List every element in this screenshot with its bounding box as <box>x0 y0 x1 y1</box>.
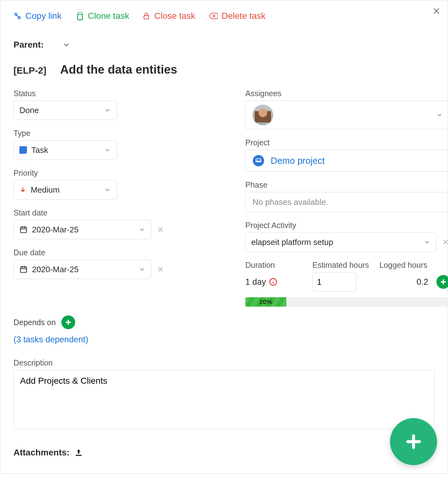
type-select[interactable]: Task <box>13 140 117 160</box>
link-icon <box>13 12 22 20</box>
svg-rect-12 <box>22 226 23 228</box>
due-date-picker[interactable]: 2020-Mar-25 <box>13 260 151 279</box>
delete-task-button[interactable]: Delete task <box>208 11 265 21</box>
estimated-hours-input[interactable] <box>312 272 356 292</box>
description-input[interactable] <box>13 370 435 429</box>
depends-on-label: Depends on <box>13 318 56 327</box>
assignees-select[interactable] <box>245 101 448 129</box>
info-icon[interactable] <box>269 278 277 286</box>
due-date-label: Due date <box>13 248 227 257</box>
priority-arrow-icon <box>19 186 26 193</box>
project-link[interactable]: Demo project <box>271 156 325 166</box>
phase-select: No phases available. <box>245 192 448 212</box>
logged-hours-label: Logged hours <box>379 261 448 270</box>
start-date-label: Start date <box>13 208 227 217</box>
delete-task-label: Delete task <box>221 11 265 21</box>
plus-icon <box>405 433 422 450</box>
svg-rect-10 <box>20 227 27 232</box>
log-hours-button[interactable] <box>436 275 448 289</box>
x-icon <box>157 226 164 233</box>
parent-dropdown[interactable] <box>62 41 70 49</box>
assignees-label: Assignees <box>245 89 448 98</box>
calendar-icon <box>19 265 28 273</box>
assignee-avatar <box>253 105 273 125</box>
chevron-down-icon <box>436 112 443 118</box>
chevron-down-icon <box>104 147 111 153</box>
add-dependency-button[interactable] <box>61 315 75 329</box>
chevron-down-icon <box>424 239 430 246</box>
project-activity-clear[interactable] <box>441 237 448 247</box>
due-date-value: 2020-Mar-25 <box>32 265 79 274</box>
svg-rect-16 <box>20 267 27 272</box>
logged-hours-value: 0.2 <box>416 277 428 287</box>
calendar-icon <box>19 226 28 234</box>
close-panel-button[interactable] <box>433 7 440 15</box>
priority-select[interactable]: Medium <box>13 180 117 200</box>
lock-icon <box>142 12 150 20</box>
task-type-icon <box>19 146 27 154</box>
project-activity-value: elapseit platform setup <box>251 237 333 247</box>
duration-value-row: 1 day <box>245 272 308 292</box>
chevron-down-icon <box>104 186 111 193</box>
due-date-clear[interactable] <box>156 265 165 274</box>
chevron-down-icon <box>62 41 70 49</box>
type-value: Task <box>31 145 48 155</box>
type-label: Type <box>13 129 227 138</box>
parent-label: Parent: <box>13 40 44 50</box>
x-icon <box>157 266 164 273</box>
plus-icon <box>65 319 72 326</box>
copy-link-label: Copy link <box>25 11 61 21</box>
project-label: Project <box>245 138 448 147</box>
project-box: Demo project <box>245 150 448 172</box>
priority-value: Medium <box>31 185 60 195</box>
fab-add-button[interactable] <box>390 418 437 465</box>
clone-task-button[interactable]: Clone task <box>75 11 129 21</box>
project-activity-select[interactable]: elapseit platform setup <box>245 232 436 252</box>
clone-task-label: Clone task <box>88 11 129 21</box>
project-activity-label: Project Activity <box>245 221 448 230</box>
attachments-label: Attachments: <box>13 448 70 458</box>
close-task-button[interactable]: Close task <box>142 11 195 21</box>
start-date-clear[interactable] <box>156 225 165 234</box>
status-label: Status <box>13 89 227 98</box>
priority-label: Priority <box>13 169 227 178</box>
svg-rect-34 <box>76 455 82 456</box>
description-label: Description <box>13 358 435 367</box>
duration-label: Duration <box>245 261 308 270</box>
task-id: [ELP-2] <box>13 65 46 76</box>
start-date-picker[interactable]: 2020-Mar-25 <box>13 220 151 239</box>
dependent-tasks-link[interactable]: (3 tasks dependent) <box>13 335 435 345</box>
status-select[interactable]: Done <box>13 101 117 120</box>
copy-link-button[interactable]: Copy link <box>13 11 61 21</box>
start-date-value: 2020-Mar-25 <box>32 225 79 235</box>
chevron-down-icon <box>138 226 145 233</box>
delete-icon <box>208 12 218 20</box>
close-task-label: Close task <box>154 11 195 21</box>
task-title[interactable]: Add the data entities <box>60 63 177 76</box>
duration-value: 1 day <box>245 277 266 287</box>
upload-attachment-button[interactable] <box>74 448 83 457</box>
x-icon <box>433 7 440 15</box>
progress: 20% <box>245 297 448 307</box>
svg-rect-19 <box>24 266 25 267</box>
svg-line-4 <box>17 15 19 17</box>
svg-rect-6 <box>144 16 149 19</box>
svg-rect-13 <box>24 226 25 228</box>
x-icon <box>442 239 448 246</box>
task-title-row: [ELP-2] Add the data entities <box>13 63 435 76</box>
svg-rect-18 <box>22 266 23 267</box>
parent-row: Parent: <box>13 40 435 50</box>
phase-placeholder: No phases available. <box>253 197 328 207</box>
status-value: Done <box>19 106 39 115</box>
chevron-down-icon <box>104 107 111 114</box>
upload-icon <box>74 448 83 457</box>
svg-rect-24 <box>256 159 261 161</box>
phase-label: Phase <box>245 180 448 189</box>
clone-icon <box>75 11 84 21</box>
chevron-down-icon <box>138 266 145 273</box>
top-actions: Copy link Clone task Close task Delete t… <box>13 7 435 27</box>
project-icon <box>253 155 264 167</box>
estimated-hours-label: Estimated hours <box>312 261 375 270</box>
plus-icon <box>440 278 447 286</box>
progress-label: 20% <box>259 298 272 306</box>
